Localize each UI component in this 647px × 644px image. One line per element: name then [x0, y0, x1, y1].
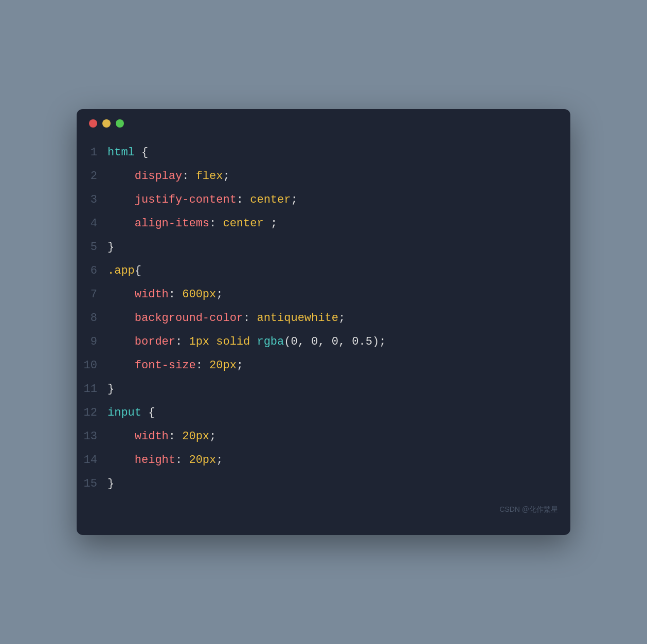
line-number: 7 — [77, 288, 107, 301]
code-line: 2 display: flex; — [77, 165, 570, 188]
line-number: 14 — [77, 454, 107, 467]
token-value: antiquewhite — [257, 312, 338, 325]
token-value: 1px solid — [189, 335, 257, 348]
code-line: 9 border: 1px solid rgba(0, 0, 0, 0.5); — [77, 330, 570, 354]
line-number: 6 — [77, 264, 107, 277]
line-content: font-size: 20px; — [107, 357, 243, 374]
token-value: 600px — [182, 288, 216, 301]
code-line: 10 font-size: 20px; — [77, 354, 570, 378]
token-property: display — [107, 170, 182, 183]
token-colon: : — [209, 217, 223, 230]
token-property: width — [107, 430, 169, 443]
code-area: 1html {2 display: flex;3 justify-content… — [77, 136, 570, 501]
token-semicolon: ; — [379, 335, 386, 348]
code-line: 8 background-color: antiquewhite; — [77, 307, 570, 330]
token-semicolon: ; — [237, 359, 243, 372]
line-number: 11 — [77, 383, 107, 396]
code-line: 4 align-items: center ; — [77, 212, 570, 236]
token-value: flex — [196, 170, 223, 183]
token-property: align-items — [107, 217, 209, 230]
line-number: 3 — [77, 193, 107, 206]
token-colon: : — [175, 454, 189, 467]
token-property: width — [107, 288, 169, 301]
token-semicolon: ; — [216, 288, 223, 301]
token-property: background-color — [107, 312, 243, 325]
token-value: 20px — [182, 430, 209, 443]
token-semicolon: ; — [216, 454, 223, 467]
token-colon: : — [237, 193, 250, 206]
code-line: 1html { — [77, 141, 570, 165]
line-number: 8 — [77, 312, 107, 325]
token-selector: html — [107, 146, 141, 159]
line-content: width: 600px; — [107, 286, 223, 303]
token-semicolon: ; — [291, 193, 297, 206]
line-content: background-color: antiquewhite; — [107, 310, 345, 327]
code-line: 13 width: 20px; — [77, 425, 570, 449]
token-value: center — [250, 193, 291, 206]
token-dot-selector: .app — [107, 264, 135, 277]
token-value: 20px — [189, 454, 216, 467]
token-property: font-size — [107, 359, 196, 372]
token-brace: { — [141, 146, 148, 159]
maximize-button[interactable] — [116, 119, 124, 128]
token-colon: : — [196, 359, 209, 372]
line-content: } — [107, 475, 114, 492]
line-content: .app{ — [107, 262, 141, 279]
line-number: 12 — [77, 406, 107, 419]
token-colon: : — [182, 170, 195, 183]
token-selector: input — [107, 406, 148, 419]
token-brace: } — [107, 383, 114, 396]
token-semicolon: ; — [223, 170, 229, 183]
token-property: border — [107, 335, 175, 348]
line-content: width: 20px; — [107, 428, 216, 445]
line-number: 9 — [77, 335, 107, 348]
line-number: 5 — [77, 241, 107, 254]
code-line: 12input { — [77, 401, 570, 425]
code-line: 7 width: 600px; — [77, 283, 570, 307]
token-property: height — [107, 454, 175, 467]
line-content: display: flex; — [107, 168, 230, 185]
line-content: justify-content: center; — [107, 191, 298, 208]
watermark: CSDN @化作繁星 — [77, 501, 570, 514]
title-bar — [77, 109, 570, 136]
line-content: align-items: center ; — [107, 215, 277, 232]
token-property: justify-content — [107, 193, 237, 206]
token-fn-color: rgba — [257, 335, 284, 348]
line-content: input { — [107, 404, 155, 421]
token-colon: : — [169, 430, 182, 443]
line-number: 4 — [77, 217, 107, 230]
line-number: 2 — [77, 170, 107, 183]
code-line: 3 justify-content: center; — [77, 188, 570, 212]
token-colon: : — [243, 312, 257, 325]
token-fn-args: (0, 0, 0, 0.5) — [284, 335, 379, 348]
code-line: 14 height: 20px; — [77, 449, 570, 472]
line-number: 10 — [77, 359, 107, 372]
editor-window: 1html {2 display: flex;3 justify-content… — [77, 109, 570, 535]
line-content: height: 20px; — [107, 452, 223, 469]
token-colon: : — [175, 335, 189, 348]
token-brace: } — [107, 477, 114, 490]
line-content: border: 1px solid rgba(0, 0, 0, 0.5); — [107, 333, 386, 350]
line-number: 15 — [77, 477, 107, 490]
close-button[interactable] — [89, 119, 97, 128]
line-number: 13 — [77, 430, 107, 443]
code-line: 6.app{ — [77, 259, 570, 283]
code-line: 5} — [77, 236, 570, 259]
code-line: 11} — [77, 378, 570, 401]
line-content: html { — [107, 144, 148, 161]
line-content: } — [107, 239, 114, 256]
token-value: 20px — [209, 359, 237, 372]
line-number: 1 — [77, 146, 107, 159]
minimize-button[interactable] — [102, 119, 111, 128]
token-semicolon: ; — [209, 430, 216, 443]
line-content: } — [107, 381, 114, 398]
token-brace: { — [148, 406, 155, 419]
code-line: 15} — [77, 472, 570, 496]
token-brace: { — [135, 264, 141, 277]
token-brace: } — [107, 241, 114, 254]
token-value: center — [223, 217, 270, 230]
token-semicolon: ; — [338, 312, 345, 325]
token-colon: : — [169, 288, 182, 301]
token-semicolon: ; — [271, 217, 277, 230]
